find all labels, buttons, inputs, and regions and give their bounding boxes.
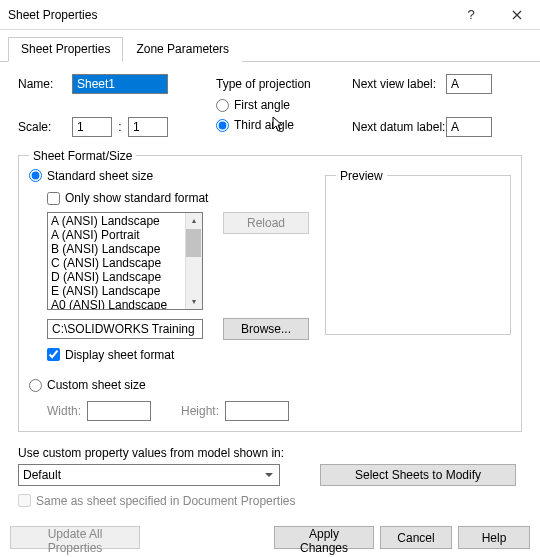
width-input: [87, 401, 151, 421]
titlebar: Sheet Properties ?: [0, 0, 540, 30]
help-footer-button[interactable]: Help: [458, 526, 530, 549]
chk-display-sheet-format[interactable]: Display sheet format: [47, 348, 174, 362]
first-angle-label: First angle: [234, 98, 290, 112]
format-path-input[interactable]: [47, 319, 203, 339]
radio-custom-size[interactable]: Custom sheet size: [29, 378, 146, 392]
update-all-button[interactable]: Update All Properties: [10, 526, 140, 549]
sheet-format-group: Sheet Format/Size Standard sheet size On…: [18, 149, 522, 432]
preview-legend: Preview: [336, 169, 387, 183]
list-item[interactable]: A0 (ANSI) Landscape: [51, 298, 202, 310]
scroll-up-icon[interactable]: ▴: [185, 213, 202, 228]
tab-zone-parameters[interactable]: Zone Parameters: [123, 37, 242, 62]
next-view-input[interactable]: [446, 74, 492, 94]
name-input[interactable]: [72, 74, 168, 94]
sheet-size-list[interactable]: ▴ ▾ A (ANSI) Landscape A (ANSI) Portrait…: [47, 212, 203, 310]
tab-sheet-properties[interactable]: Sheet Properties: [8, 37, 123, 62]
cancel-button[interactable]: Cancel: [380, 526, 452, 549]
scale-a-input[interactable]: [72, 117, 112, 137]
scrollbar[interactable]: ▴ ▾: [185, 213, 202, 309]
scroll-thumb[interactable]: [186, 229, 201, 257]
height-label: Height:: [181, 404, 219, 418]
radio-first-angle[interactable]: First angle: [216, 98, 290, 112]
next-datum-label: Next datum label:: [352, 120, 446, 134]
list-item[interactable]: A (ANSI) Portrait: [51, 228, 202, 242]
next-datum-input[interactable]: [446, 117, 492, 137]
chk-only-standard[interactable]: Only show standard format: [47, 191, 208, 205]
sheet-format-legend: Sheet Format/Size: [29, 149, 136, 163]
help-button[interactable]: ?: [448, 0, 494, 30]
same-as-label: Same as sheet specified in Document Prop…: [36, 494, 295, 508]
list-item[interactable]: A (ANSI) Landscape: [51, 214, 202, 228]
footer: Update All Properties Apply Changes Canc…: [10, 526, 530, 549]
scroll-down-icon[interactable]: ▾: [185, 294, 202, 309]
radio-standard-size[interactable]: Standard sheet size: [29, 169, 153, 183]
list-item[interactable]: D (ANSI) Landscape: [51, 270, 202, 284]
close-button[interactable]: [494, 0, 540, 30]
scale-colon: :: [112, 120, 128, 134]
width-label: Width:: [47, 404, 81, 418]
custom-size-label: Custom sheet size: [47, 378, 146, 392]
next-view-label: Next view label:: [352, 77, 446, 91]
preview-box: Preview: [325, 169, 511, 335]
projection-label: Type of projection: [216, 77, 324, 91]
display-sheet-format-label: Display sheet format: [65, 348, 174, 362]
standard-size-label: Standard sheet size: [47, 169, 153, 183]
scale-label: Scale:: [18, 120, 72, 134]
model-select-value: Default: [23, 468, 61, 482]
list-item[interactable]: C (ANSI) Landscape: [51, 256, 202, 270]
browse-button[interactable]: Browse...: [223, 318, 309, 340]
select-sheets-button[interactable]: Select Sheets to Modify: [320, 464, 516, 486]
window-title: Sheet Properties: [8, 8, 448, 22]
scale-b-input[interactable]: [128, 117, 168, 137]
use-custom-label: Use custom property values from model sh…: [18, 446, 522, 460]
only-standard-label: Only show standard format: [65, 191, 208, 205]
tab-strip: Sheet Properties Zone Parameters: [0, 30, 540, 62]
list-item[interactable]: B (ANSI) Landscape: [51, 242, 202, 256]
cursor-icon: [272, 116, 286, 134]
list-item[interactable]: E (ANSI) Landscape: [51, 284, 202, 298]
height-input: [225, 401, 289, 421]
model-select[interactable]: Default: [18, 464, 280, 486]
name-label: Name:: [18, 77, 72, 91]
chk-same-as-doc: Same as sheet specified in Document Prop…: [18, 494, 295, 508]
apply-button[interactable]: Apply Changes: [274, 526, 374, 549]
reload-button[interactable]: Reload: [223, 212, 309, 234]
